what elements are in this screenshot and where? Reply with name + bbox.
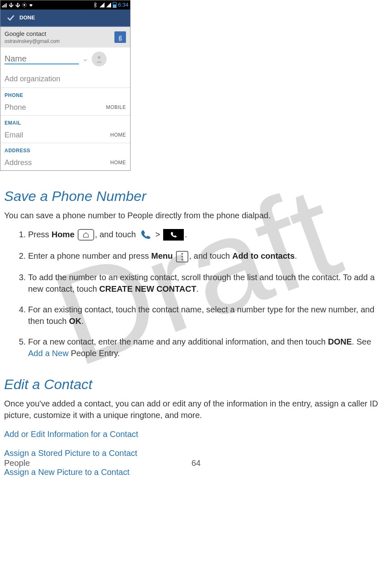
add-organization-field[interactable]: Add organization <box>0 71 130 88</box>
step-2-text-c: . <box>295 251 297 260</box>
phone-screenshot: 6:34 DONE Google contact ostravinskey@gm… <box>0 0 131 171</box>
add-to-contacts-label: Add to contacts <box>232 251 295 260</box>
settings-icon <box>22 2 27 7</box>
battery-icon <box>113 2 116 8</box>
avatar-placeholder[interactable] <box>92 52 107 66</box>
bars-icon <box>2 2 7 7</box>
account-row[interactable]: Google contact ostravinskey@gmail.com g <box>0 27 130 47</box>
name-input[interactable] <box>5 54 79 64</box>
svg-point-4 <box>24 4 25 6</box>
add-a-new-link[interactable]: Add a New <box>28 349 69 358</box>
done-step-label: DONE <box>328 337 352 346</box>
menu-label: Menu <box>151 251 173 260</box>
svg-point-5 <box>97 56 100 59</box>
usb-icon-2 <box>15 2 20 7</box>
svg-rect-0 <box>2 6 3 7</box>
dialer-icon <box>163 229 184 241</box>
save-phone-number-heading: Save a Phone Number <box>4 187 388 206</box>
step-3-text-a: To add the number to an existing contact… <box>28 273 375 293</box>
address-field[interactable]: Address <box>5 158 32 168</box>
signal-icon-2 <box>106 2 111 7</box>
step-2-text-a: Enter a phone number and press <box>28 251 151 260</box>
address-section-header: ADDRESS <box>0 143 130 155</box>
footer-page-number: 64 <box>191 457 200 469</box>
step-3: To add the number to an existing contact… <box>28 272 385 295</box>
step-2: Enter a phone number and press Menu , an… <box>28 250 385 262</box>
home-icon <box>78 229 94 241</box>
email-section-header: EMAIL <box>0 116 130 128</box>
google-icon: g <box>114 31 126 43</box>
page-footer: People 64 <box>4 457 388 469</box>
step-5-text-b: . See <box>352 337 371 346</box>
save-steps-list: Press Home , and touch > . Enter a phone… <box>28 229 388 359</box>
phone-type[interactable]: MOBILE <box>106 104 126 111</box>
address-field-row: Address HOME <box>0 155 130 170</box>
gt-separator: > <box>155 230 162 239</box>
step-5-text-a: For a new contact, enter the name and an… <box>28 337 328 346</box>
phone-field[interactable]: Phone <box>5 102 26 113</box>
save-intro: You can save a phone number to People di… <box>4 210 388 221</box>
step-1: Press Home , and touch > . <box>28 229 385 241</box>
name-row: ⌄ <box>0 47 130 71</box>
ok-label: OK <box>69 316 81 326</box>
svg-rect-3 <box>6 3 7 7</box>
step-4-text-b: . <box>81 316 84 326</box>
menu-icon <box>176 251 188 262</box>
email-field-row: Email HOME <box>0 128 130 143</box>
step-5: For a new contact, enter the name and an… <box>28 336 385 359</box>
step-1-text-a: Press <box>28 230 52 239</box>
check-icon <box>6 13 15 22</box>
footer-section: People <box>4 457 30 469</box>
step-4: For an existing contact, touch the conta… <box>28 304 385 327</box>
bluetooth-icon <box>93 2 98 7</box>
edit-contact-heading: Edit a Contact <box>4 375 388 394</box>
chevron-down-icon[interactable]: ⌄ <box>82 54 88 64</box>
svg-rect-1 <box>3 5 4 7</box>
signal-icon <box>100 2 105 7</box>
home-label: Home <box>52 230 75 239</box>
usb-icon <box>9 2 14 7</box>
step-2-text-b: , and touch <box>189 251 233 260</box>
step-1-text-c: . <box>185 230 187 239</box>
email-type[interactable]: HOME <box>110 132 126 139</box>
phone-field-row: Phone MOBILE <box>0 100 130 116</box>
status-time: 6:34 <box>118 1 128 9</box>
done-bar[interactable]: DONE <box>0 9 130 27</box>
edit-links: Add or Edit Information for a Contact As… <box>4 428 388 478</box>
link-add-edit-info[interactable]: Add or Edit Information for a Contact <box>4 428 388 440</box>
email-field[interactable]: Email <box>5 130 23 140</box>
create-new-contact-label: CREATE NEW CONTACT <box>99 284 196 293</box>
wifi-icon <box>29 2 33 7</box>
edit-intro: Once you've added a contact, you can add… <box>4 398 388 421</box>
phone-section-header: PHONE <box>0 88 130 100</box>
status-bar: 6:34 <box>0 0 130 9</box>
step-5-text-c: People Entry. <box>69 349 120 358</box>
step-1-text-b: , and touch <box>95 230 138 239</box>
address-type[interactable]: HOME <box>110 159 126 166</box>
svg-rect-2 <box>5 4 5 7</box>
done-label: DONE <box>19 14 35 21</box>
account-title: Google contact <box>5 29 60 38</box>
phone-app-icon <box>139 229 152 241</box>
step-3-text-b: . <box>196 284 199 293</box>
account-email: ostravinskey@gmail.com <box>5 38 60 45</box>
